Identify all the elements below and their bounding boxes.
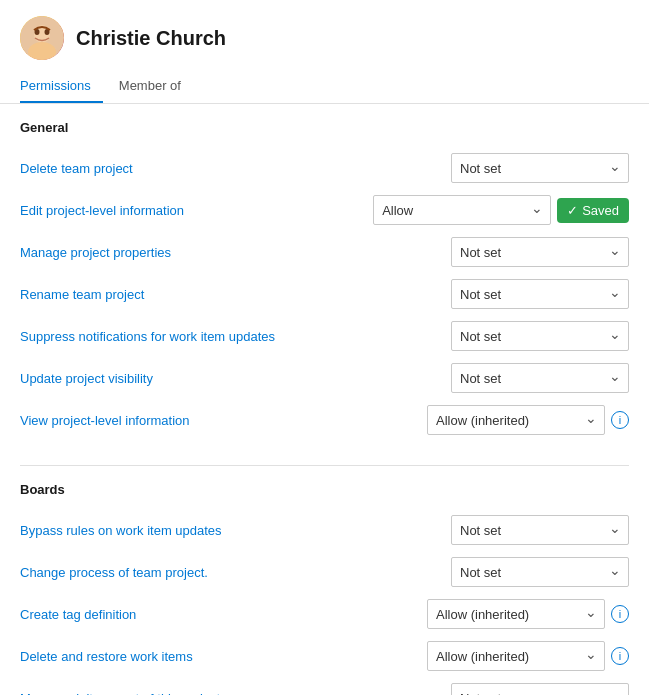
- permission-row-change-process: Change process of team project. Not set …: [20, 551, 629, 593]
- tab-bar: Permissions Member of: [0, 70, 649, 104]
- dropdown-bypass[interactable]: Not set Allow Deny Allow (inherited): [451, 515, 629, 545]
- dropdown-container-update-visibility: Not set Allow Deny Allow (inherited): [451, 363, 629, 393]
- dropdown-rename[interactable]: Not set Allow Deny Allow (inherited): [451, 279, 629, 309]
- general-section-title: General: [20, 120, 629, 135]
- section-divider: [20, 465, 629, 466]
- dropdown-wrapper: Not set Allow Deny Allow (inherited): [451, 683, 629, 695]
- dropdown-delete-team-project[interactable]: Not set Allow Deny Allow (inherited): [451, 153, 629, 183]
- dropdown-container-move-items: Not set Allow Deny Allow (inherited): [451, 683, 629, 695]
- permission-label-view-project[interactable]: View project-level information: [20, 413, 419, 428]
- permission-row-delete-restore: Delete and restore work items Not set Al…: [20, 635, 629, 677]
- dropdown-wrapper: Not set Allow Deny Allow (inherited): [451, 237, 629, 267]
- dropdown-wrapper: Not set Allow Deny Allow (inherited): [451, 321, 629, 351]
- dropdown-container-bypass: Not set Allow Deny Allow (inherited): [451, 515, 629, 545]
- permission-label-bypass[interactable]: Bypass rules on work item updates: [20, 523, 443, 538]
- dropdown-wrapper: Not set Allow Deny Allow (inherited) ✓ S…: [373, 195, 629, 225]
- permission-row-bypass: Bypass rules on work item updates Not se…: [20, 509, 629, 551]
- permission-label-update-visibility[interactable]: Update project visibility: [20, 371, 443, 386]
- dropdown-change-process[interactable]: Not set Allow Deny Allow (inherited): [451, 557, 629, 587]
- dropdown-container-delete-restore: Not set Allow Deny Allow (inherited): [427, 641, 605, 671]
- boards-section: Boards Bypass rules on work item updates…: [20, 482, 629, 695]
- permission-row-rename: Rename team project Not set Allow Deny A…: [20, 273, 629, 315]
- check-icon: ✓: [567, 203, 578, 218]
- permission-row-create-tag: Create tag definition Not set Allow Deny…: [20, 593, 629, 635]
- dropdown-container-change-process: Not set Allow Deny Allow (inherited): [451, 557, 629, 587]
- dropdown-delete-restore[interactable]: Not set Allow Deny Allow (inherited): [427, 641, 605, 671]
- permission-row-view-project: View project-level information Not set A…: [20, 399, 629, 441]
- saved-badge: ✓ Saved: [557, 198, 629, 223]
- dropdown-container-edit-project: Not set Allow Deny Allow (inherited): [373, 195, 551, 225]
- info-icon-create-tag[interactable]: i: [611, 605, 629, 623]
- page-header: Christie Church: [0, 0, 649, 60]
- permission-label-edit-project[interactable]: Edit project-level information: [20, 203, 365, 218]
- permission-label-move-items[interactable]: Move work items out of this project: [20, 691, 443, 696]
- dropdown-wrapper: Not set Allow Deny Allow (inherited): [451, 363, 629, 393]
- tab-member-of[interactable]: Member of: [119, 70, 193, 103]
- dropdown-suppress[interactable]: Not set Allow Deny Allow (inherited): [451, 321, 629, 351]
- dropdown-container-delete-team-project: Not set Allow Deny Allow (inherited): [451, 153, 629, 183]
- info-icon-delete-restore[interactable]: i: [611, 647, 629, 665]
- dropdown-view-project[interactable]: Not set Allow Deny Allow (inherited): [427, 405, 605, 435]
- dropdown-wrapper: Not set Allow Deny Allow (inherited) i: [427, 599, 629, 629]
- permission-label-rename[interactable]: Rename team project: [20, 287, 443, 302]
- permission-row-suppress: Suppress notifications for work item upd…: [20, 315, 629, 357]
- permission-row-move-items: Move work items out of this project Not …: [20, 677, 629, 695]
- dropdown-manage-props[interactable]: Not set Allow Deny Allow (inherited): [451, 237, 629, 267]
- dropdown-container-suppress: Not set Allow Deny Allow (inherited): [451, 321, 629, 351]
- dropdown-container-view-project: Not set Allow Deny Allow (inherited): [427, 405, 605, 435]
- dropdown-create-tag[interactable]: Not set Allow Deny Allow (inherited): [427, 599, 605, 629]
- dropdown-wrapper: Not set Allow Deny Allow (inherited): [451, 557, 629, 587]
- permission-row: Delete team project Not set Allow Deny A…: [20, 147, 629, 189]
- dropdown-move-items[interactable]: Not set Allow Deny Allow (inherited): [451, 683, 629, 695]
- avatar: [20, 16, 64, 60]
- saved-label: Saved: [582, 203, 619, 218]
- dropdown-edit-project[interactable]: Not set Allow Deny Allow (inherited): [373, 195, 551, 225]
- dropdown-update-visibility[interactable]: Not set Allow Deny Allow (inherited): [451, 363, 629, 393]
- user-name: Christie Church: [76, 27, 226, 50]
- tab-permissions[interactable]: Permissions: [20, 70, 103, 103]
- dropdown-wrapper: Not set Allow Deny Allow (inherited): [451, 153, 629, 183]
- permission-label-suppress[interactable]: Suppress notifications for work item upd…: [20, 329, 443, 344]
- boards-section-title: Boards: [20, 482, 629, 497]
- dropdown-wrapper: Not set Allow Deny Allow (inherited): [451, 515, 629, 545]
- dropdown-container-manage-props: Not set Allow Deny Allow (inherited): [451, 237, 629, 267]
- dropdown-wrapper: Not set Allow Deny Allow (inherited) i: [427, 405, 629, 435]
- general-section: General Delete team project Not set Allo…: [20, 120, 629, 441]
- permission-label-delete-restore[interactable]: Delete and restore work items: [20, 649, 419, 664]
- permission-row-edit-project: Edit project-level information Not set A…: [20, 189, 629, 231]
- permission-row-manage-props: Manage project properties Not set Allow …: [20, 231, 629, 273]
- dropdown-container-rename: Not set Allow Deny Allow (inherited): [451, 279, 629, 309]
- permission-label-change-process[interactable]: Change process of team project.: [20, 565, 443, 580]
- dropdown-container-create-tag: Not set Allow Deny Allow (inherited): [427, 599, 605, 629]
- permission-label-delete-team-project[interactable]: Delete team project: [20, 161, 443, 176]
- dropdown-wrapper: Not set Allow Deny Allow (inherited) i: [427, 641, 629, 671]
- main-content: General Delete team project Not set Allo…: [0, 104, 649, 695]
- permission-row-update-visibility: Update project visibility Not set Allow …: [20, 357, 629, 399]
- permission-label-manage-props[interactable]: Manage project properties: [20, 245, 443, 260]
- info-icon-view-project[interactable]: i: [611, 411, 629, 429]
- dropdown-wrapper: Not set Allow Deny Allow (inherited): [451, 279, 629, 309]
- permission-label-create-tag[interactable]: Create tag definition: [20, 607, 419, 622]
